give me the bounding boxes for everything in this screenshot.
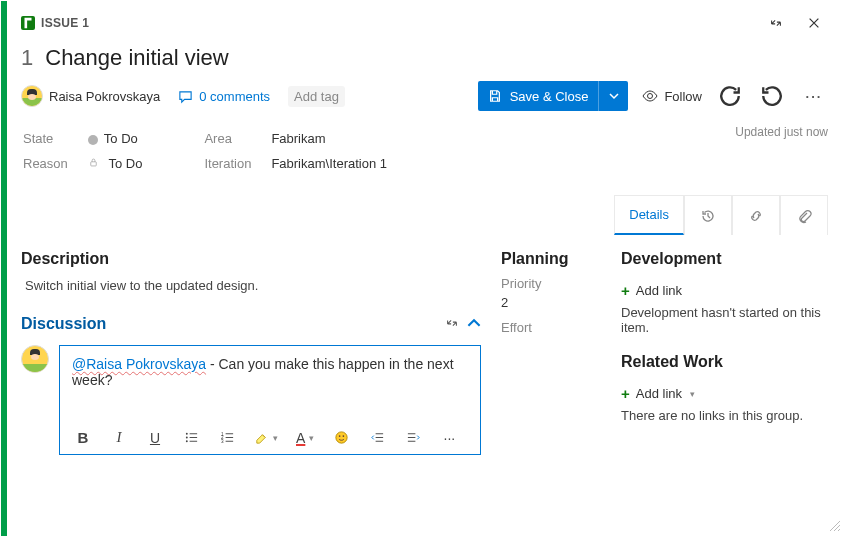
plus-icon: + — [621, 282, 630, 299]
development-add-link[interactable]: + Add link — [621, 282, 682, 299]
issue-type-badge: ISSUE 1 — [21, 16, 89, 30]
comment-editor[interactable]: @Raisa Pokrovskaya - Can you make this h… — [59, 345, 481, 455]
revert-icon[interactable] — [758, 82, 786, 110]
comments-link[interactable]: 0 comments — [178, 89, 270, 104]
outdent-button[interactable] — [368, 430, 386, 445]
issue-type-text: ISSUE 1 — [41, 16, 89, 30]
close-icon[interactable] — [800, 9, 828, 37]
tab-history[interactable] — [684, 195, 732, 235]
bulleted-list-button[interactable] — [182, 430, 200, 445]
priority-label: Priority — [501, 276, 601, 291]
comments-count: 0 comments — [199, 89, 270, 104]
chevron-down-icon: ▾ — [690, 389, 695, 399]
state-dot-icon — [88, 135, 98, 145]
tab-links[interactable] — [732, 195, 780, 235]
save-close-label: Save & Close — [510, 89, 589, 104]
related-heading: Related Work — [621, 353, 828, 371]
underline-button[interactable]: U — [146, 430, 164, 446]
refresh-icon[interactable] — [716, 82, 744, 110]
comment-text[interactable]: @Raisa Pokrovskaya - Can you make this h… — [60, 346, 480, 421]
updated-time: Updated just now — [735, 125, 828, 139]
area-table: Area Fabrikam Iteration Fabrikam\Iterati… — [202, 125, 407, 177]
area-label: Area — [204, 127, 269, 150]
expand-icon[interactable] — [445, 316, 459, 333]
indent-button[interactable] — [404, 430, 422, 445]
resize-handle[interactable] — [828, 518, 840, 534]
mention-chip[interactable]: @Raisa Pokrovskaya — [72, 356, 206, 372]
work-item-number: 1 — [21, 45, 33, 71]
save-close-button[interactable]: Save & Close — [478, 81, 629, 111]
editor-toolbar: B I U 123 ▾ A▾ ··· — [60, 421, 480, 454]
more-actions-icon[interactable]: ··· — [800, 82, 828, 110]
font-color-button[interactable]: A▾ — [296, 430, 314, 446]
state-label: State — [23, 127, 86, 150]
reason-label: Reason — [23, 152, 86, 175]
tab-attachments[interactable] — [780, 195, 828, 235]
comment-avatar — [21, 345, 49, 373]
follow-button[interactable]: Follow — [642, 88, 702, 104]
svg-point-9 — [339, 435, 341, 437]
lock-icon — [88, 156, 103, 171]
tab-details[interactable]: Details — [614, 195, 684, 235]
svg-rect-1 — [91, 162, 97, 166]
iteration-label: Iteration — [204, 152, 269, 175]
state-value[interactable]: To Do — [88, 127, 161, 150]
svg-point-4 — [185, 440, 187, 442]
fullscreen-icon[interactable] — [762, 9, 790, 37]
emoji-button[interactable] — [332, 430, 350, 445]
color-rail — [1, 1, 7, 536]
priority-value[interactable]: 2 — [501, 295, 601, 310]
add-tag-button[interactable]: Add tag — [288, 86, 345, 107]
work-item-title-text[interactable]: Change initial view — [45, 45, 228, 71]
numbered-list-button[interactable]: 123 — [218, 430, 236, 445]
svg-text:3: 3 — [220, 439, 223, 444]
work-item-title: 1 Change initial view — [21, 45, 828, 71]
bold-button[interactable]: B — [74, 429, 92, 446]
planning-heading: Planning — [501, 250, 601, 268]
avatar — [21, 85, 43, 107]
related-note: There are no links in this group. — [621, 408, 828, 423]
follow-label: Follow — [664, 89, 702, 104]
reason-value[interactable]: To Do — [88, 152, 161, 175]
svg-point-2 — [185, 433, 187, 435]
area-value[interactable]: Fabrikam — [271, 127, 405, 150]
highlight-button[interactable]: ▾ — [254, 430, 278, 445]
effort-label: Effort — [501, 320, 601, 335]
assigned-to-name: Raisa Pokrovskaya — [49, 89, 160, 104]
collapse-icon[interactable] — [467, 316, 481, 333]
iteration-value[interactable]: Fabrikam\Iteration 1 — [271, 152, 405, 175]
description-heading: Description — [21, 250, 481, 268]
development-heading: Development — [621, 250, 828, 268]
assigned-to-chip[interactable]: Raisa Pokrovskaya — [21, 85, 160, 107]
plus-icon: + — [621, 385, 630, 402]
svg-point-10 — [342, 435, 344, 437]
state-table: State To Do Reason To Do — [21, 125, 162, 177]
italic-button[interactable]: I — [110, 429, 128, 446]
discussion-heading: Discussion — [21, 315, 106, 333]
toolbar-more-button[interactable]: ··· — [440, 430, 458, 446]
save-close-caret[interactable] — [598, 81, 628, 111]
description-body[interactable]: Switch initial view to the updated desig… — [25, 278, 481, 293]
issue-icon — [21, 16, 35, 30]
svg-point-0 — [648, 94, 653, 99]
svg-point-8 — [336, 432, 347, 443]
svg-point-3 — [185, 437, 187, 439]
related-add-link[interactable]: + Add link ▾ — [621, 385, 695, 402]
development-note: Development hasn't started on this item. — [621, 305, 828, 335]
